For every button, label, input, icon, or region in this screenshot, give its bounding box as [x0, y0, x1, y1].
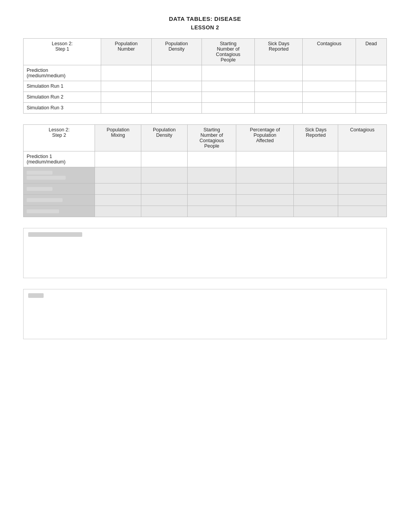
page-title: DATA TABLES: DISEASE	[23, 15, 387, 22]
table2-section: Lesson 2:Step 2 PopulationMixing Populat…	[23, 124, 387, 217]
table2-col-population-mixing: PopulationMixing	[95, 125, 141, 151]
row-prediction: Prediction(medium/medium)	[24, 65, 101, 81]
table2-col-starting-number: StartingNumber ofContagiousPeople	[187, 125, 236, 151]
box2-label	[28, 293, 44, 298]
table2-col-population-density: PopulationDensity	[141, 125, 188, 151]
row-sim2: Simulation Run 2	[24, 92, 101, 103]
box-section-1	[23, 228, 387, 278]
lesson-title: LESSON 2	[23, 24, 387, 31]
table1-col-population-number: PopulationNumber	[101, 39, 151, 65]
table-row: Prediction 1(medium/medium)	[24, 151, 387, 167]
table2: Lesson 2:Step 2 PopulationMixing Populat…	[23, 124, 387, 217]
box1-label	[28, 232, 82, 237]
table1-col-starting-number: StartingNumber ofContagiousPeople	[202, 39, 254, 65]
table-row: Simulation Run 3	[24, 103, 387, 114]
table-row-blurred	[24, 167, 387, 184]
table-row-blurred	[24, 206, 387, 217]
table-row: Simulation Run 1	[24, 81, 387, 92]
table-row-blurred	[24, 184, 387, 195]
table1-col-dead: Dead	[356, 39, 386, 65]
table-row: Prediction(medium/medium)	[24, 65, 387, 81]
row-sim1: Simulation Run 1	[24, 81, 101, 92]
table1: Lesson 2:Step 1 PopulationNumber Populat…	[23, 38, 387, 114]
table1-col-population-density: PopulationDensity	[151, 39, 202, 65]
box-section-2	[23, 289, 387, 339]
table1-header-label: Lesson 2:Step 1	[24, 39, 101, 65]
table2-col-contagious: Contagious	[338, 125, 386, 151]
table2-header-label: Lesson 2:Step 2	[24, 125, 95, 151]
table-row: Simulation Run 2	[24, 92, 387, 103]
row-prediction1: Prediction 1(medium/medium)	[24, 151, 95, 167]
table1-col-sick-days: Sick DaysReported	[255, 39, 303, 65]
table-row-blurred	[24, 195, 387, 206]
table1-col-contagious: Contagious	[303, 39, 356, 65]
row-sim3: Simulation Run 3	[24, 103, 101, 114]
table2-col-percentage: Percentage ofPopulationAffected	[236, 125, 294, 151]
table2-col-sick-days: Sick DaysReported	[294, 125, 338, 151]
table1-section: Lesson 2:Step 1 PopulationNumber Populat…	[23, 38, 387, 114]
